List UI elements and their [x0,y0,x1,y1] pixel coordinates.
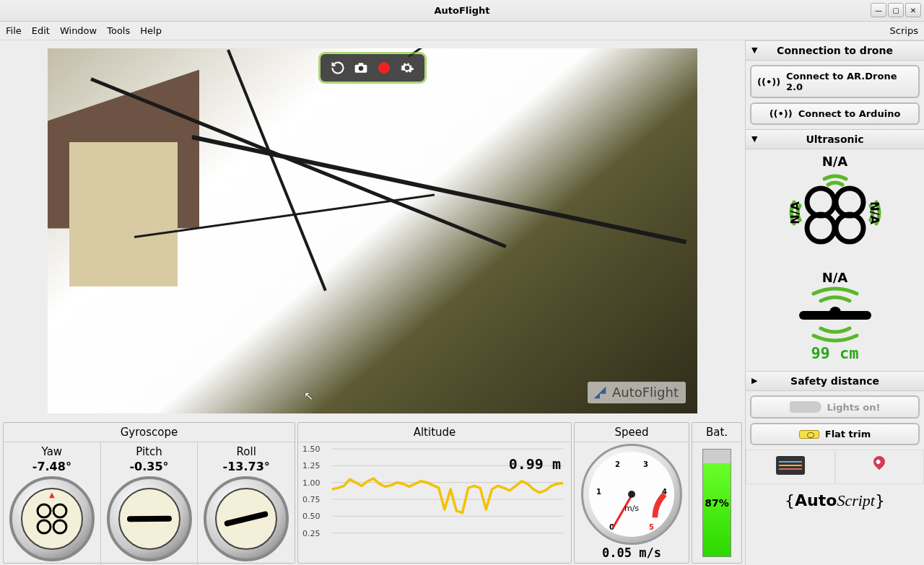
video-feed-area: AutoFlight ↖ [1,40,744,421]
watermark: AutoFlight [588,382,686,403]
menubar: File Edit Window Tools Help Scrips [0,22,924,40]
record-icon[interactable] [374,58,394,77]
yaw-cell: Yaw -7.48° ▲ [4,442,101,564]
altitude-ytick: 0.75 [302,495,321,504]
svg-point-5 [53,504,66,517]
gyroscope-panel: Gyroscope Yaw -7.48° ▲ Pitch [3,422,295,564]
menu-file[interactable]: File [6,25,22,36]
svg-point-16 [807,214,834,242]
window-title: AutoFlight [434,5,489,16]
speed-panel: Speed 0 1 2 3 4 5 m/s [574,422,689,564]
pitch-dial [107,476,192,561]
chevron-down-icon: ▼ [751,45,757,55]
video-toolbar [321,54,424,82]
gyroscope-title: Gyroscope [4,423,295,442]
yaw-dial: ▲ [9,476,95,561]
altitude-value: 0.99 m [509,455,561,473]
ultrasonic-left-value: N/A [788,201,802,224]
roll-dial [204,476,289,561]
refresh-icon[interactable] [328,58,348,77]
menu-scripts[interactable]: Scrips [890,25,918,36]
camera-icon[interactable] [351,58,371,77]
pitch-value: -0.35° [129,460,168,473]
yaw-value: -7.48° [32,460,71,473]
pitch-label: Pitch [136,445,162,458]
section-connection-title: Connection to drone [777,45,893,56]
svg-point-14 [807,188,834,216]
roll-cell: Roll -13.73° [198,442,295,564]
svg-point-6 [38,520,51,533]
battery-title: Bat. [692,423,741,442]
wifi-icon: ((•)) [757,76,780,87]
watermark-text: AutoFlight [612,385,679,400]
ultrasonic-top-value: N/A [822,270,848,285]
svg-marker-3 [594,386,606,398]
level-icon [799,430,819,439]
flat-trim-button[interactable]: Flat trim [750,423,920,445]
altitude-ytick: 0.50 [302,512,321,521]
maximize-button[interactable]: ▢ [888,3,904,17]
cursor-icon: ↖ [304,389,313,403]
altitude-ytick: 0.25 [302,528,321,538]
minimize-button[interactable]: — [871,3,886,17]
connect-arduino-button[interactable]: ((•)) Connect to Arduino [750,102,920,125]
section-safety[interactable]: ▶ Safety distance [746,371,924,391]
speed-title: Speed [575,423,689,442]
menu-window[interactable]: Window [60,25,97,36]
menu-edit[interactable]: Edit [32,25,50,36]
close-button[interactable]: ✕ [905,3,921,17]
section-ultrasonic-title: Ultrasonic [806,133,863,145]
sidebar: ▼ Connection to drone ((•)) Connect to A… [745,40,924,565]
speed-unit: m/s [624,504,639,513]
wifi-icon: ((•)) [770,108,793,119]
altitude-ytick: 1.00 [302,478,321,487]
ultrasonic-bottom-value: 99 cm [811,344,858,362]
map-pin-icon [871,454,888,470]
sensor-chart-button[interactable] [746,450,835,484]
roll-value: -13.73° [223,460,270,473]
autoscript-button[interactable]: {AutoScript} [746,484,924,517]
yaw-label: Yaw [42,445,63,458]
speed-value: 0.05 m/s [575,546,689,563]
chevron-down-icon: ▼ [751,134,757,144]
section-ultrasonic[interactable]: ▼ Ultrasonic [746,129,924,149]
video-feed: AutoFlight ↖ [48,48,697,413]
lights-on-button[interactable]: Lights on! [750,395,920,419]
menu-tools[interactable]: Tools [107,25,130,36]
svg-rect-2 [359,63,364,65]
svg-point-7 [53,520,66,533]
drone-side-icon [799,311,871,320]
battery-panel: Bat. 87% [692,422,742,564]
battery-bar: 87% [702,449,731,557]
ultrasonic-front-value: N/A [822,154,848,169]
battery-percent: 87% [705,497,729,509]
chart-icon [776,456,805,475]
map-button[interactable] [835,450,925,484]
pitch-cell: Pitch -0.35° [101,442,199,564]
section-connection[interactable]: ▼ Connection to drone [746,40,924,61]
ultrasonic-top-view: N/A N/A N/A [746,149,924,266]
svg-point-17 [836,214,863,242]
speed-gauge: 0 1 2 3 4 5 m/s [581,444,682,545]
ultrasonic-side-view: N/A 99 cm [746,266,924,371]
altitude-title: Altitude [298,423,571,442]
svg-point-4 [38,504,51,517]
chevron-right-icon: ▶ [751,376,757,385]
svg-point-15 [836,188,863,216]
altitude-ytick: 1.50 [302,444,321,454]
ultrasonic-right-value: N/A [868,201,881,224]
altitude-ytick: 1.25 [302,461,321,470]
section-safety-title: Safety distance [790,375,879,387]
altitude-panel: Altitude 0.99 m 0.250.500.751.001.251.50 [297,422,572,564]
gear-icon[interactable] [397,58,417,77]
titlebar: AutoFlight — ▢ ✕ [0,0,924,22]
connect-ardrone-button[interactable]: ((•)) Connect to AR.Drone 2.0 [750,65,920,98]
svg-point-1 [359,66,364,71]
flashlight-icon [790,401,821,413]
menu-help[interactable]: Help [140,25,162,36]
roll-label: Roll [237,445,256,458]
